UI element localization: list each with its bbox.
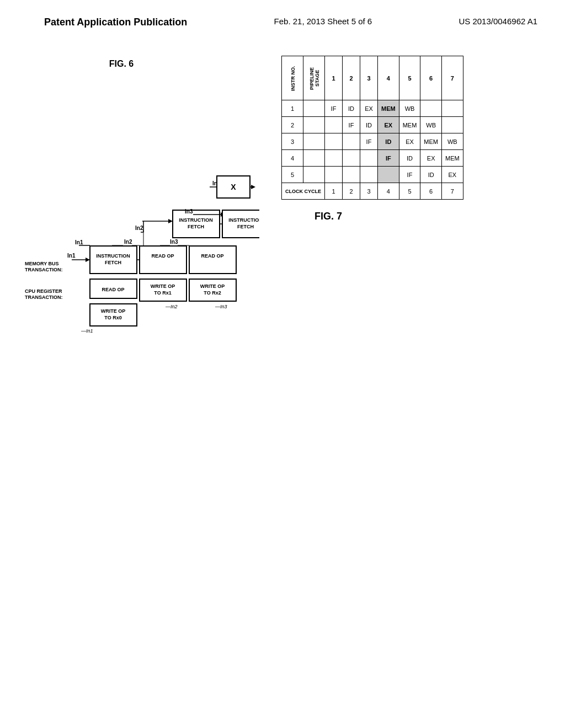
fig6-diagram: FIG. 6 MEMORY BUS TRANSACTION: CPU REGIS…	[22, 50, 259, 469]
instr-3: 3	[282, 133, 303, 150]
table-row-1: 1 IF ID EX MEM WB	[282, 100, 463, 117]
cc-6: 6	[420, 183, 442, 200]
stage-5	[303, 167, 325, 183]
publication-number: US 2013/0046962 A1	[459, 17, 537, 26]
cycle4-header: 4	[378, 56, 399, 100]
cycle3-r1: EX	[360, 100, 378, 117]
cycle3-r5	[360, 167, 378, 183]
write-rx2-text2: TO Rx2	[204, 290, 221, 296]
cycle3-r2: ID	[360, 117, 378, 133]
in2-label-mem-top: In2	[135, 225, 143, 231]
cycle5-r3: EX	[399, 133, 420, 150]
cycle2-r5	[343, 167, 360, 183]
memory-bus-label: MEMORY BUS	[25, 261, 59, 266]
write-rx1-text2: TO Rx1	[154, 290, 171, 296]
cycle5-r5: IF	[399, 167, 420, 183]
cycle2-header: 2	[343, 56, 360, 100]
cycle6-header: 6	[420, 56, 442, 100]
table-header-row: INSTR NO. PIPELINE STAGE 1 2 3 4 5 6 7	[282, 56, 463, 100]
in2-label-top2: In2	[124, 239, 132, 245]
cycle4-r1: MEM	[378, 100, 399, 117]
in1-label-top: In1	[75, 239, 83, 245]
instr-5: 5	[282, 167, 303, 183]
pipeline-table: INSTR NO. PIPELINE STAGE 1 2 3 4 5 6 7 1…	[281, 56, 463, 200]
cycle7-r2	[442, 117, 463, 133]
table-row-3: 3 IF ID EX MEM WB	[282, 133, 463, 150]
memory-bus-label2: TRANSACTION:	[25, 267, 63, 272]
if-text2: FETCH	[105, 260, 121, 265]
write-rx0-text2: TO Rx0	[104, 315, 121, 320]
cycle5-header: 5	[399, 56, 420, 100]
publication-title: Patent Application Publication	[44, 17, 187, 28]
cycle7-r3: WB	[442, 133, 463, 150]
table-row-5: 5 IF ID EX	[282, 167, 463, 183]
cycle6-r4: EX	[420, 150, 442, 167]
cycle1-r3	[325, 133, 343, 150]
cc-5: 5	[399, 183, 420, 200]
read-op-block-in3	[189, 246, 236, 274]
in3-arrow-top	[251, 185, 255, 189]
pipeline-stage-header: PIPELINE STAGE	[303, 56, 325, 100]
table-row-4: 4 IF ID EX MEM	[282, 150, 463, 167]
cycle6-r3: MEM	[420, 133, 442, 150]
cycle4-r5	[378, 167, 399, 183]
cycle7-r4: MEM	[442, 150, 463, 167]
cycle4-r3: ID	[378, 133, 399, 150]
write-rx1-text1: WRITE OP	[151, 283, 175, 289]
cycle2-r4	[343, 150, 360, 167]
in1-label-cpu: —In1	[81, 328, 93, 334]
in2-arrow-mem	[168, 219, 173, 223]
read-op2-text1: READ OP	[151, 253, 174, 259]
in2-label-cpu: —In2	[165, 304, 178, 309]
in3-label-top2: In3	[170, 239, 178, 245]
instr-4: 4	[282, 150, 303, 167]
cc-2: 2	[343, 183, 360, 200]
cycle1-r4	[325, 150, 343, 167]
fig7-title: FIG. 7	[315, 211, 342, 222]
cc-4: 4	[378, 183, 399, 200]
if3-text1: INSTRUCTION	[228, 217, 259, 223]
cycle4-r4: IF	[378, 150, 399, 167]
write-rx0-text1: WRITE OP	[101, 308, 126, 314]
x-text: X	[231, 183, 236, 191]
stage-3	[303, 133, 325, 150]
cycle1-r2	[325, 117, 343, 133]
if2-text2: FETCH	[188, 224, 204, 229]
instr-2: 2	[282, 117, 303, 133]
main-content: FIG. 6 MEMORY BUS TRANSACTION: CPU REGIS…	[0, 39, 565, 483]
cycle1-r5	[325, 167, 343, 183]
fig6-area: FIG. 6 MEMORY BUS TRANSACTION: CPU REGIS…	[22, 50, 259, 472]
cycle7-r1	[442, 100, 463, 117]
cycle2-r3	[343, 133, 360, 150]
stage-1	[303, 100, 325, 117]
if3-text2: FETCH	[237, 224, 254, 229]
cycle3-header: 3	[360, 56, 378, 100]
cycle1-header: 1	[325, 56, 343, 100]
cycle3-r3: IF	[360, 133, 378, 150]
in3-label-mem: In3	[185, 208, 193, 215]
read-op-block-in2	[140, 246, 186, 274]
stage-4	[303, 150, 325, 167]
cc-7: 7	[442, 183, 463, 200]
instr-no-header: INSTR NO.	[282, 56, 303, 100]
cycle5-r2: MEM	[399, 117, 420, 133]
publication-date-sheet: Feb. 21, 2013 Sheet 5 of 6	[274, 17, 372, 26]
cycle6-r1	[420, 100, 442, 117]
if2-text1: INSTRUCTION	[179, 217, 213, 223]
write-rx2-text1: WRITE OP	[200, 283, 225, 289]
cycle2-r2: IF	[343, 117, 360, 133]
table-row-2: 2 IF ID EX MEM WB	[282, 117, 463, 133]
read-op3-text: READ OP	[201, 253, 223, 259]
cpu-register-label2: TRANSACTION:	[25, 295, 63, 300]
clock-cycle-label: CLOCK CYCLE	[282, 183, 325, 200]
fig7-area: INSTR NO. PIPELINE STAGE 1 2 3 4 5 6 7 1…	[281, 50, 543, 472]
page-header: Patent Application Publication Feb. 21, …	[0, 0, 565, 39]
instr-1: 1	[282, 100, 303, 117]
cycle1-r1: IF	[325, 100, 343, 117]
if-text1: INSTRUCTION	[96, 253, 130, 259]
cycle2-r1: ID	[343, 100, 360, 117]
read-op-text1: READ OP	[102, 287, 124, 292]
cycle5-r1: WB	[399, 100, 420, 117]
cc-1: 1	[325, 183, 343, 200]
cycle7-r5: EX	[442, 167, 463, 183]
